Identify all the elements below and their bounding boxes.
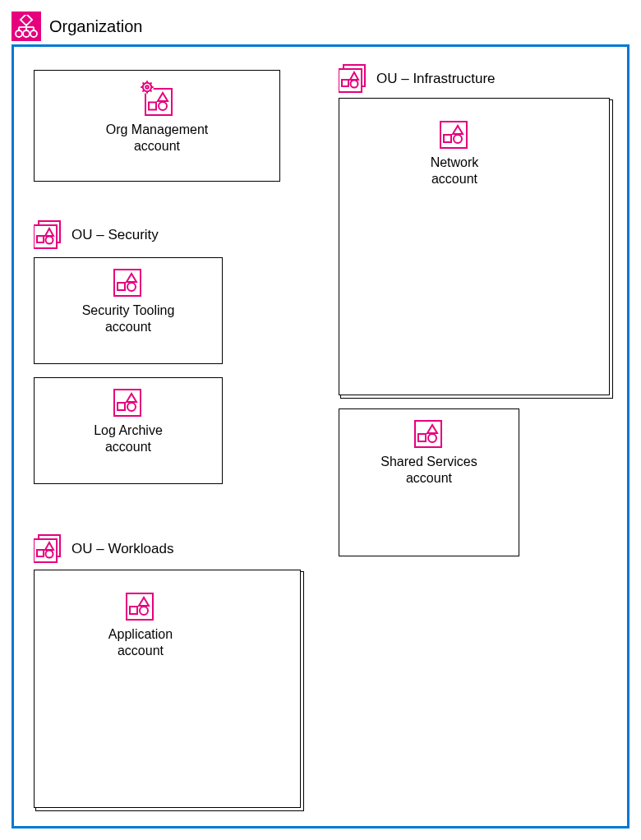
ou-label: OU – Security <box>71 227 159 243</box>
organization-icon <box>12 12 41 41</box>
ou-infrastructure-box: Network account <box>339 98 610 395</box>
org-header: Organization <box>12 12 142 41</box>
account-label: Log Archive account <box>35 422 222 455</box>
ou-icon <box>339 63 370 95</box>
org-management-account: Org Management account <box>34 70 280 182</box>
security-tooling-account: Security Tooling account <box>34 257 223 364</box>
account-icon <box>439 120 470 151</box>
application-account: Application account <box>71 582 210 681</box>
management-account-icon <box>139 81 175 117</box>
account-label: Shared Services account <box>339 454 519 487</box>
account-icon <box>413 419 445 450</box>
account-icon <box>125 592 156 623</box>
account-label: Application account <box>71 626 210 659</box>
ou-workloads-box: Application account <box>34 570 301 808</box>
organization-container: Org Management account OU – Infrastructu… <box>12 44 629 828</box>
org-title: Organization <box>49 17 142 36</box>
shared-services-account: Shared Services account <box>339 408 519 556</box>
account-label: Network account <box>389 155 520 187</box>
account-icon <box>113 388 144 419</box>
ou-security-header: OU – Security <box>34 219 159 251</box>
ou-icon <box>34 533 65 565</box>
account-label: Org Management account <box>35 122 279 155</box>
account-label: Security Tooling account <box>35 302 222 335</box>
ou-infrastructure-header: OU – Infrastructure <box>339 63 496 95</box>
account-icon <box>113 268 144 299</box>
ou-icon <box>34 219 65 251</box>
ou-label: OU – Workloads <box>71 541 173 557</box>
ou-label: OU – Infrastructure <box>376 71 496 87</box>
network-account: Network account <box>389 110 520 209</box>
ou-workloads-header: OU – Workloads <box>34 533 173 565</box>
log-archive-account: Log Archive account <box>34 377 223 484</box>
